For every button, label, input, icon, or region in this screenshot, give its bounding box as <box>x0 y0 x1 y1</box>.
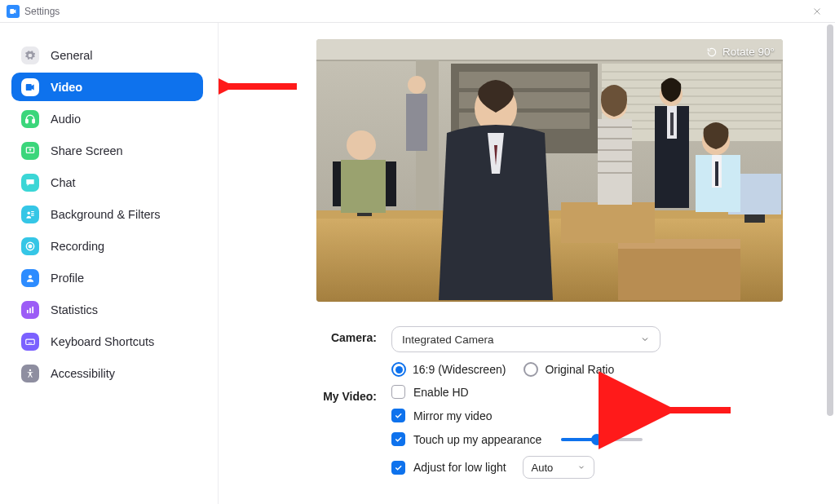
svg-point-38 <box>347 130 376 160</box>
svg-rect-53 <box>670 113 674 135</box>
rotate-button[interactable]: Rotate 90° <box>706 46 775 58</box>
sidebar-item-audio[interactable]: Audio <box>11 104 203 133</box>
profile-icon <box>21 269 39 287</box>
sidebar-item-label: Share Screen <box>51 144 123 157</box>
enable-hd-text: Enable HD <box>413 386 469 399</box>
low-light-checkbox[interactable]: Adjust for low light Auto <box>391 456 811 479</box>
accessibility-icon <box>21 365 39 382</box>
camera-selected: Integrated Camera <box>402 334 494 346</box>
sidebar-item-profile[interactable]: Profile <box>11 263 203 292</box>
camera-select[interactable]: Integrated Camera <box>391 326 660 352</box>
svg-rect-39 <box>341 160 386 213</box>
low-light-mode-select[interactable]: Auto <box>523 456 594 479</box>
sidebar-item-share-screen[interactable]: Share Screen <box>11 136 203 165</box>
my-video-label: My Video: <box>316 385 391 403</box>
background-icon <box>21 206 39 223</box>
app-icon <box>7 5 20 18</box>
keyboard-icon <box>21 333 39 351</box>
scrollbar-thumb[interactable] <box>827 24 833 416</box>
sidebar-item-label: Recording <box>51 240 104 253</box>
radio-icon <box>391 362 406 377</box>
window-title: Settings <box>24 6 60 17</box>
svg-rect-10 <box>26 339 35 344</box>
sidebar-item-label: Accessibility <box>51 367 115 380</box>
statistics-icon <box>21 301 39 319</box>
enable-hd-checkbox[interactable]: Enable HD <box>391 385 811 399</box>
svg-point-11 <box>29 369 31 370</box>
sidebar-item-label: Profile <box>51 272 84 285</box>
sidebar-item-label: General <box>51 49 93 62</box>
svg-rect-1 <box>33 119 34 122</box>
svg-rect-7 <box>27 310 29 313</box>
sidebar-item-chat[interactable]: Chat <box>11 168 203 197</box>
mirror-video-checkbox[interactable]: Mirror my video <box>391 409 811 422</box>
camera-label: Camera: <box>316 326 391 344</box>
sidebar-item-label: Audio <box>51 113 81 126</box>
sidebar-item-label: Keyboard Shortcuts <box>51 335 154 348</box>
headphones-icon <box>21 110 39 128</box>
radio-icon <box>524 362 538 377</box>
low-light-mode: Auto <box>532 462 554 474</box>
sidebar: General Video Audio Share Screen Chat Ba… <box>0 23 219 504</box>
svg-rect-16 <box>459 72 590 88</box>
touch-up-checkbox[interactable]: Touch up my appearance <box>391 432 811 446</box>
sidebar-item-label: Background & Filters <box>51 208 161 221</box>
chevron-down-icon <box>577 463 585 471</box>
checkbox-icon <box>391 409 405 422</box>
checkbox-icon <box>391 385 405 399</box>
svg-point-5 <box>29 245 32 248</box>
svg-rect-41 <box>406 94 427 151</box>
sidebar-item-label: Statistics <box>51 303 98 316</box>
svg-rect-8 <box>29 307 31 312</box>
svg-rect-0 <box>26 119 28 122</box>
sidebar-item-statistics[interactable]: Statistics <box>11 295 203 324</box>
low-light-text: Adjust for low light <box>413 461 506 474</box>
recording-icon <box>21 237 39 255</box>
sidebar-item-keyboard-shortcuts[interactable]: Keyboard Shortcuts <box>11 327 203 356</box>
gear-icon <box>21 46 39 64</box>
mirror-video-text: Mirror my video <box>413 409 492 422</box>
content-panel: Rotate 90° Camera: Integrated Camera 16:… <box>219 23 835 504</box>
svg-point-40 <box>408 76 426 94</box>
aspect-wide-label: 16:9 (Widescreen) <box>413 363 506 376</box>
sidebar-item-label: Video <box>51 81 82 94</box>
video-icon <box>21 78 39 96</box>
chevron-down-icon <box>640 334 650 344</box>
chat-icon <box>21 174 39 192</box>
aspect-original-label: Original Ratio <box>545 363 614 376</box>
preview-image <box>316 39 783 302</box>
sidebar-item-general[interactable]: General <box>11 41 203 69</box>
svg-point-6 <box>29 275 32 278</box>
annotation-arrow-video <box>219 70 305 106</box>
svg-rect-33 <box>561 202 655 243</box>
svg-point-3 <box>28 211 31 214</box>
sidebar-item-background-filters[interactable]: Background & Filters <box>11 200 203 228</box>
svg-rect-9 <box>32 306 33 312</box>
aspect-wide-radio[interactable]: 16:9 (Widescreen) <box>391 362 506 377</box>
titlebar: Settings <box>0 0 835 23</box>
checkbox-icon <box>391 432 405 446</box>
close-button[interactable] <box>806 0 828 23</box>
scrollbar[interactable] <box>827 24 833 481</box>
touch-up-slider[interactable] <box>561 438 643 441</box>
video-preview: Rotate 90° <box>316 39 783 302</box>
checkbox-icon <box>391 461 405 475</box>
sidebar-item-video[interactable]: Video <box>11 73 203 101</box>
sidebar-item-recording[interactable]: Recording <box>11 232 203 260</box>
touch-up-text: Touch up my appearance <box>413 433 541 446</box>
svg-rect-57 <box>715 161 718 186</box>
sidebar-item-label: Chat <box>51 176 76 189</box>
sidebar-item-accessibility[interactable]: Accessibility <box>11 359 203 387</box>
svg-rect-37 <box>744 214 765 223</box>
share-screen-icon <box>21 142 39 160</box>
aspect-original-radio[interactable]: Original Ratio <box>524 362 614 377</box>
rotate-label: Rotate 90° <box>722 46 775 58</box>
